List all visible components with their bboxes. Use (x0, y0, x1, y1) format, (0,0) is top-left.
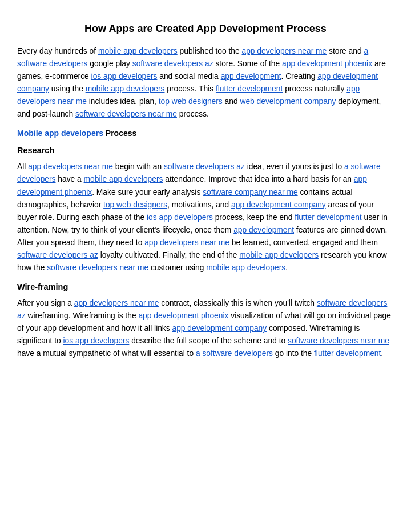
link-app-development-company-3[interactable]: app development company (172, 324, 267, 333)
link-mobile-app-developers-3[interactable]: mobile app developers (84, 175, 163, 183)
link-flutter-development-2[interactable]: flutter development (295, 213, 361, 222)
link-mobile-app-developers-1[interactable]: mobile app developers (98, 47, 178, 55)
link-mobile-app-developers-2[interactable]: mobile app developers (86, 85, 165, 93)
link-app-developers-near-me-1[interactable]: app developers near me (241, 47, 327, 55)
link-mobile-app-developers-5[interactable]: mobile app developers (206, 263, 285, 272)
link-app-development-2[interactable]: app development (233, 226, 294, 234)
link-app-development-company-2[interactable]: app development company (231, 201, 326, 209)
link-software-developers-az-3[interactable]: software developers az (17, 251, 98, 259)
link-app-developers-near-me-4[interactable]: app developers near me (144, 238, 229, 247)
link-top-web-designers-2[interactable]: top web designers (103, 201, 167, 209)
wireframing-heading: Wire-framing (17, 282, 394, 291)
link-software-company-near-me-1[interactable]: software company near me (203, 188, 297, 197)
page-container: How Apps are Created App Development Pro… (17, 23, 394, 368)
link-app-development-phoenix-1[interactable]: app development phoenix (282, 59, 372, 68)
link-top-web-designers-1[interactable]: top web designers (159, 97, 223, 106)
link-software-developers-near-me-3[interactable]: software developers near me (288, 337, 389, 345)
link-app-developers-near-me-5[interactable]: app developers near me (74, 299, 159, 307)
link-app-development-phoenix-3[interactable]: app development phoenix (138, 311, 228, 320)
section-heading: Mobile app developers Process (17, 129, 394, 138)
link-software-developers-az-1[interactable]: software developers az (132, 59, 213, 68)
wireframing-paragraph: After you sign a app developers near me … (17, 297, 394, 360)
link-software-developers-near-me-1[interactable]: software developers near me (75, 110, 177, 118)
intro-paragraph: Every day hundreds of mobile app develop… (17, 45, 394, 121)
research-paragraph: All app developers near me begin with an… (17, 161, 394, 274)
link-ios-app-developers-1[interactable]: ios app developers (91, 72, 158, 81)
link-app-development-1[interactable]: app development (221, 72, 281, 81)
link-software-developers-near-me-2[interactable]: software developers near me (47, 263, 148, 272)
page-title: How Apps are Created App Development Pro… (17, 23, 394, 35)
link-flutter-development-3[interactable]: flutter development (314, 349, 381, 358)
link-flutter-development-1[interactable]: flutter development (216, 85, 283, 93)
link-a-software-developers-3[interactable]: a software developers (196, 349, 273, 358)
link-app-development-company-1[interactable]: app development company (17, 72, 378, 93)
link-mobile-app-developers-4[interactable]: mobile app developers (239, 251, 319, 259)
link-ios-app-developers-3[interactable]: ios app developers (63, 337, 130, 345)
link-mobile-app-developers-section[interactable]: Mobile app developers (17, 129, 103, 138)
link-web-development-company-1[interactable]: web development company (240, 97, 336, 106)
link-software-developers-az-2[interactable]: software developers az (164, 162, 245, 171)
link-app-developers-near-me-3[interactable]: app developers near me (28, 162, 113, 171)
link-ios-app-developers-2[interactable]: ios app developers (147, 213, 213, 222)
link-app-development-phoenix-2[interactable]: app development phoenix (17, 175, 367, 196)
research-heading: Research (17, 146, 394, 155)
